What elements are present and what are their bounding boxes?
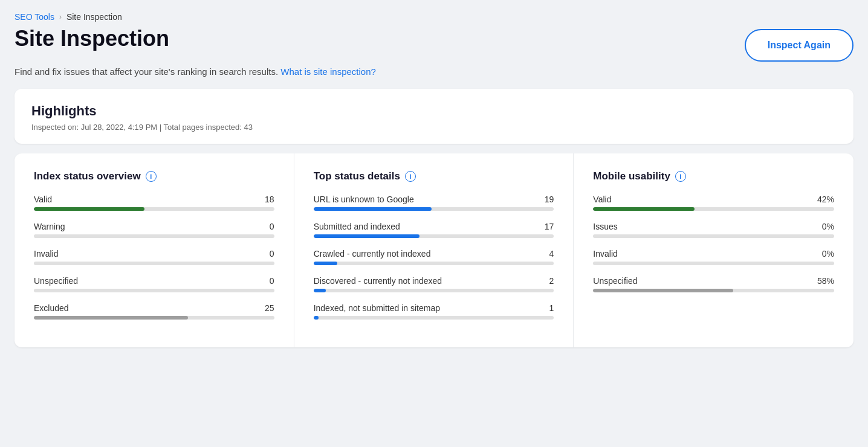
index-status-info-icon[interactable]: i — [146, 171, 157, 182]
highlights-meta: Inspected on: Jul 28, 2022, 4:19 PM | To… — [31, 123, 837, 132]
progress-bar-fill — [314, 262, 338, 265]
progress-row: Submitted and indexed 17 — [314, 222, 554, 238]
index-status-panel: Index status overview i Valid 18 Warning… — [15, 153, 294, 347]
progress-label: Crawled - currently not indexed — [314, 249, 431, 259]
progress-value: 4 — [549, 249, 554, 259]
progress-bar-fill — [593, 289, 733, 292]
progress-label: Discovered - currently not indexed — [314, 276, 442, 286]
progress-bar-fill — [314, 289, 326, 292]
progress-bar-bg — [593, 207, 834, 211]
mobile-usability-rows: Valid 42% Issues 0% Invalid 0% — [593, 195, 834, 292]
progress-label: Warning — [34, 222, 65, 231]
progress-value: 0 — [270, 222, 274, 231]
progress-value: 0 — [270, 249, 274, 259]
progress-row: Valid 42% — [593, 195, 834, 211]
progress-label: Valid — [593, 195, 611, 204]
mobile-usability-panel: Mobile usability i Valid 42% Issues 0% — [574, 153, 853, 347]
highlights-title: Highlights — [31, 103, 837, 119]
progress-bar-bg — [314, 207, 554, 211]
progress-value: 2 — [549, 276, 554, 286]
progress-row: Invalid 0 — [34, 249, 274, 265]
progress-value: 18 — [265, 195, 274, 204]
subtitle-text: Find and fix issues that affect your sit… — [15, 66, 278, 77]
progress-bar-bg — [593, 262, 834, 265]
progress-label: Indexed, not submitted in sitemap — [314, 303, 440, 313]
progress-bar-bg — [34, 207, 274, 211]
progress-value: 17 — [545, 222, 554, 231]
progress-row: Crawled - currently not indexed 4 — [314, 249, 554, 265]
page-wrapper: SEO Tools › Site Inspection Site Inspect… — [0, 0, 868, 359]
progress-label: Issues — [593, 222, 617, 231]
progress-label: Valid — [34, 195, 52, 204]
index-status-title: Index status overview i — [34, 170, 274, 182]
top-status-panel: Top status details i URL is unknown to G… — [294, 153, 574, 347]
progress-bar-fill — [34, 316, 188, 320]
progress-bar-bg — [34, 316, 274, 320]
progress-label: Invalid — [34, 249, 58, 259]
progress-row: Excluded 25 — [34, 303, 274, 320]
breadcrumb: SEO Tools › Site Inspection — [15, 12, 853, 22]
progress-value: 19 — [545, 195, 554, 204]
mobile-usability-info-icon[interactable]: i — [675, 171, 686, 182]
progress-bar-bg — [314, 316, 554, 320]
index-status-rows: Valid 18 Warning 0 Invalid 0 — [34, 195, 274, 320]
top-status-rows: URL is unknown to Google 19 Submitted an… — [314, 195, 554, 320]
inspect-again-button[interactable]: Inspect Again — [745, 29, 853, 62]
progress-label: Submitted and indexed — [314, 222, 400, 231]
progress-row: Unspecified 0 — [34, 276, 274, 292]
top-status-title: Top status details i — [314, 170, 554, 182]
progress-bar-bg — [34, 289, 274, 292]
progress-value: 1 — [549, 303, 554, 313]
progress-value: 58% — [817, 276, 834, 286]
progress-bar-fill — [34, 207, 144, 211]
mobile-usability-title: Mobile usability i — [593, 170, 834, 182]
progress-value: 42% — [817, 195, 834, 204]
progress-label: Excluded — [34, 303, 69, 313]
progress-value: 0% — [822, 249, 834, 259]
highlights-card: Highlights Inspected on: Jul 28, 2022, 4… — [15, 89, 853, 144]
breadcrumb-separator: › — [59, 13, 62, 21]
progress-value: 0% — [822, 222, 834, 231]
header-row: Site Inspection Inspect Again — [15, 27, 853, 62]
progress-row: Discovered - currently not indexed 2 — [314, 276, 554, 292]
progress-label: Invalid — [593, 249, 617, 259]
progress-bar-bg — [34, 234, 274, 238]
progress-bar-bg — [314, 289, 554, 292]
subtitle-link[interactable]: What is site inspection? — [280, 66, 376, 77]
progress-row: Unspecified 58% — [593, 276, 834, 292]
progress-bar-bg — [314, 234, 554, 238]
progress-bar-bg — [593, 289, 834, 292]
progress-row: URL is unknown to Google 19 — [314, 195, 554, 211]
progress-bar-fill — [593, 207, 694, 211]
progress-value: 0 — [270, 276, 274, 286]
progress-row: Issues 0% — [593, 222, 834, 238]
progress-value: 25 — [265, 303, 274, 313]
progress-label: URL is unknown to Google — [314, 195, 414, 204]
subtitle: Find and fix issues that affect your sit… — [15, 66, 853, 77]
progress-label: Unspecified — [34, 276, 78, 286]
progress-bar-bg — [593, 234, 834, 238]
progress-bar-fill — [314, 207, 432, 211]
progress-row: Invalid 0% — [593, 249, 834, 265]
progress-bar-bg — [34, 262, 274, 265]
progress-row: Valid 18 — [34, 195, 274, 211]
page-title: Site Inspection — [15, 27, 169, 51]
progress-bar-fill — [314, 316, 319, 320]
progress-label: Unspecified — [593, 276, 637, 286]
top-status-info-icon[interactable]: i — [405, 171, 416, 182]
progress-bar-bg — [314, 262, 554, 265]
progress-row: Warning 0 — [34, 222, 274, 238]
breadcrumb-current: Site Inspection — [66, 12, 122, 22]
stats-grid: Index status overview i Valid 18 Warning… — [15, 153, 853, 347]
breadcrumb-parent-link[interactable]: SEO Tools — [15, 12, 54, 22]
progress-row: Indexed, not submitted in sitemap 1 — [314, 303, 554, 320]
progress-bar-fill — [314, 234, 419, 238]
